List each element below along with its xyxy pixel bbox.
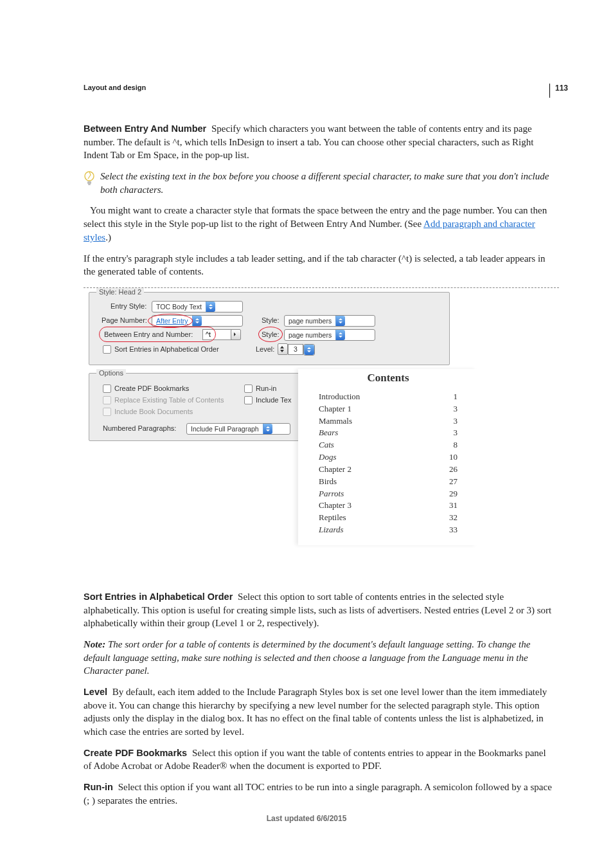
- term-pdf: Create PDF Bookmarks: [84, 748, 190, 758]
- toc-row: Mammals3: [319, 415, 458, 428]
- toc-entry: Dogs: [319, 451, 336, 464]
- include-book-checkbox: [103, 408, 111, 416]
- toc-page: 26: [449, 464, 458, 476]
- page-body: Layout and design Between Entry And Numb…: [0, 0, 613, 867]
- toc-page: 3: [454, 403, 458, 415]
- toc-page: 27: [449, 476, 458, 488]
- runin-checkbox[interactable]: [244, 384, 253, 393]
- style2-select[interactable]: page numbers: [284, 329, 375, 341]
- circle-annotation-1: [148, 314, 193, 328]
- term-between: Between Entry And Number: [84, 123, 209, 134]
- style1-value: page numbers: [285, 317, 335, 325]
- tip-block: Select the existing text in the box befo…: [84, 170, 555, 196]
- toc-row: Reptiles32: [319, 512, 458, 524]
- toc-page: 3: [454, 427, 458, 439]
- include-text-label: Include Tex: [256, 396, 291, 404]
- numbered-para-value: Include Full Paragraph: [187, 425, 263, 433]
- toc-entry: Lizards: [319, 524, 344, 536]
- term-sort: Sort Entries in Alphabetical Order: [84, 592, 235, 602]
- para-between-entry: Between Entry And Number Specify which c…: [84, 122, 555, 162]
- para-runin: Run-in Select this option if you want al…: [84, 781, 555, 807]
- term-runin: Run-in: [84, 782, 116, 792]
- term-level: Level: [84, 687, 110, 697]
- text-level: By default, each item added to the Inclu…: [84, 687, 547, 737]
- toc-preview: Contents Introduction1Chapter 13Mammals3…: [298, 369, 477, 545]
- pdf-bookmarks-checkbox[interactable]: [103, 384, 111, 393]
- toc-entry: Reptiles: [319, 512, 346, 524]
- include-text-checkbox[interactable]: [244, 396, 253, 404]
- toc-row: Dogs10: [319, 451, 458, 464]
- level-select[interactable]: [303, 344, 315, 356]
- page-number: 113: [549, 84, 568, 98]
- numbered-para-label: Numbered Paragraphs:: [103, 424, 176, 432]
- toc-row: Birds27: [319, 476, 458, 488]
- para-charstyle: You might want to create a character sty…: [84, 204, 555, 244]
- toc-entry: Mammals: [319, 415, 352, 428]
- toc-row: Parrots29: [319, 488, 458, 500]
- toc-page: 31: [449, 500, 458, 512]
- toc-page: 10: [449, 451, 458, 464]
- numbered-para-select[interactable]: Include Full Paragraph: [186, 423, 290, 435]
- figure-toc-settings: Style: Head 2 Entry Style: TOC Body Text…: [84, 287, 559, 565]
- entry-style-label: Entry Style:: [111, 302, 147, 310]
- toc-entry: Bears: [319, 427, 338, 439]
- entry-style-select[interactable]: TOC Body Text: [152, 301, 243, 312]
- between-flyout[interactable]: [231, 329, 241, 340]
- lightbulb-icon: [84, 170, 95, 188]
- level-stepper[interactable]: [278, 343, 288, 355]
- toc-row: Bears3: [319, 427, 458, 439]
- para-charstyle-b: .): [105, 232, 111, 242]
- toc-entry: Chapter 2: [319, 464, 351, 476]
- toc-page: 33: [449, 524, 458, 536]
- runin-label: Run-in: [256, 384, 276, 392]
- toc-entry: Chapter 3: [319, 500, 351, 512]
- circle-annotation-2: [99, 327, 216, 342]
- entry-style-value: TOC Body Text: [152, 303, 206, 311]
- toc-page: 8: [454, 439, 458, 451]
- level-label: Level:: [256, 345, 274, 353]
- svg-rect-1: [87, 181, 91, 184]
- level-value[interactable]: 3: [288, 344, 303, 355]
- toc-entry: Parrots: [319, 488, 344, 500]
- para-pdf: Create PDF Bookmarks Select this option …: [84, 746, 555, 773]
- circle-annotation-3: [258, 327, 283, 342]
- svg-rect-2: [88, 184, 91, 185]
- toc-page: 3: [454, 415, 458, 428]
- style2-value: page numbers: [285, 331, 335, 339]
- toc-page: 29: [449, 488, 458, 500]
- toc-entry: Introduction: [319, 391, 360, 403]
- toc-title: Contents: [319, 372, 458, 384]
- para-level: Level By default, each item added to the…: [84, 685, 555, 739]
- legend-options: Options: [96, 369, 126, 377]
- pdf-bookmarks-label: Create PDF Bookmarks: [114, 384, 189, 392]
- note-text: The sort order for a table of contents i…: [84, 639, 530, 676]
- toc-entry: Chapter 1: [319, 403, 351, 415]
- include-book-label: Include Book Documents: [114, 408, 193, 415]
- para-note: Note: The sort order for a table of cont…: [84, 638, 555, 678]
- toc-page: 32: [449, 512, 458, 524]
- toc-row: Cats8: [319, 439, 458, 451]
- replace-toc-checkbox: [103, 396, 111, 404]
- toc-entry: Birds: [319, 476, 337, 488]
- text-runin: Select this option if you want all TOC e…: [84, 782, 552, 806]
- legend-style-head: Style: Head 2: [96, 288, 144, 296]
- toc-row: Introduction1: [319, 391, 458, 403]
- para-tab-leader: If the entry's paragraph style includes …: [84, 252, 555, 278]
- toc-row: Chapter 226: [319, 464, 458, 476]
- tip-text: Select the existing text in the box befo…: [100, 170, 555, 196]
- toc-row: Lizards33: [319, 524, 458, 536]
- style1-label: Style:: [262, 316, 280, 324]
- section-header: Layout and design: [84, 84, 555, 94]
- toc-entry: Cats: [319, 439, 334, 451]
- toc-page: 1: [454, 391, 458, 403]
- page-number-label: Page Number:: [102, 316, 147, 324]
- toc-row: Chapter 13: [319, 403, 458, 415]
- sort-label: Sort Entries in Alphabetical Order: [114, 345, 219, 353]
- replace-toc-label: Replace Existing Table of Contents: [114, 396, 224, 404]
- footer-last-updated: Last updated 6/6/2015: [0, 814, 613, 823]
- toc-row: Chapter 331: [319, 500, 458, 512]
- para-sort: Sort Entries in Alphabetical Order Selec…: [84, 590, 555, 630]
- sort-checkbox[interactable]: [103, 345, 111, 354]
- style1-select[interactable]: page numbers: [284, 315, 375, 327]
- note-label: Note:: [84, 639, 105, 649]
